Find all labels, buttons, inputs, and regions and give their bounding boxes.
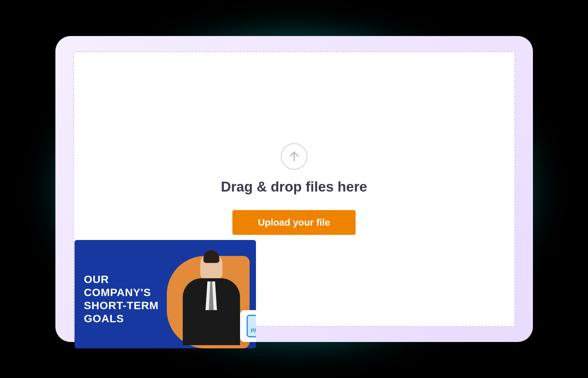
upload-arrow-icon [281,143,308,170]
thumbnail-person-image [176,253,246,348]
file-thumbnail[interactable]: OUR COMPANY'S SHORT-TERM GOALS PPT [74,240,256,348]
thumbnail-title: OUR COMPANY'S SHORT-TERM GOALS [84,273,174,325]
dropzone-text: Drag & drop files here [221,179,367,195]
file-type-label: PPT [251,328,256,334]
upload-panel: Drag & drop files here Upload your file … [55,36,533,342]
upload-card: Drag & drop files here Upload your file … [55,36,533,342]
file-type-badge: PPT [240,310,256,342]
upload-button[interactable]: Upload your file [232,210,356,235]
